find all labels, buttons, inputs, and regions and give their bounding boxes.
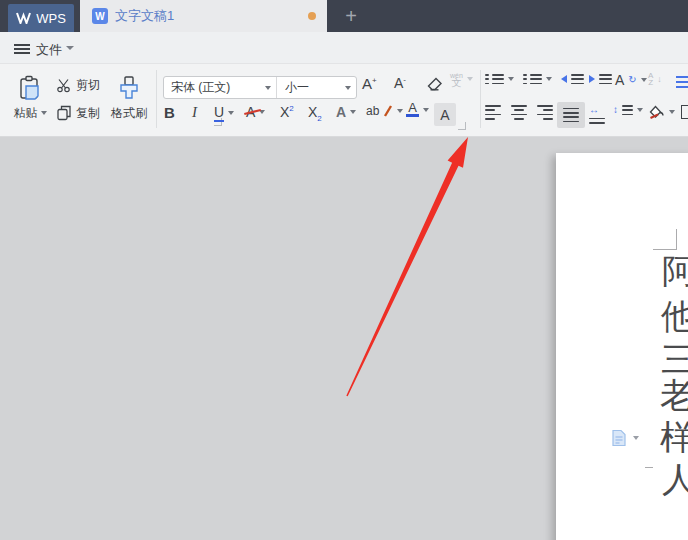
format-painter-label: 格式刷 xyxy=(111,105,147,122)
file-menu[interactable]: 文件 xyxy=(36,41,62,59)
numbering-button[interactable] xyxy=(523,74,552,84)
font-color-dropdown-icon xyxy=(423,108,429,112)
highlight-color-button[interactable]: ab xyxy=(366,104,403,118)
highlight-pen-icon xyxy=(383,104,393,118)
phonetic-guide-button[interactable]: wén 文 xyxy=(450,72,473,86)
shading-dropdown-icon xyxy=(669,110,675,114)
italic-button[interactable]: I xyxy=(192,104,197,121)
distribute-button[interactable]: ↔ xyxy=(589,105,605,124)
group-divider xyxy=(480,70,481,128)
increase-indent-button[interactable] xyxy=(589,74,612,84)
font-controls: 宋体 (正文) 小一 xyxy=(163,76,357,99)
borders-button[interactable] xyxy=(681,105,688,119)
page-text-fragment: 样 xyxy=(660,420,688,454)
document-tab[interactable]: W 文字文稿1 xyxy=(80,0,327,32)
floating-options-button[interactable] xyxy=(611,429,639,447)
font-family-select[interactable]: 宋体 (正文) xyxy=(164,77,277,98)
copy-label: 复制 xyxy=(76,105,100,122)
strikethrough-button[interactable]: A xyxy=(246,104,265,120)
rotate-icon: ↻ xyxy=(628,75,636,85)
page-text-fragment: 三 xyxy=(661,342,688,376)
page-text-fragment: 老 xyxy=(660,378,688,412)
grow-font-button[interactable]: A+ xyxy=(362,75,377,92)
font-dialog-launcher-icon[interactable] xyxy=(458,122,466,130)
phonetic-dropdown-icon xyxy=(467,77,473,81)
line-spacing-arrows-icon: ↕ xyxy=(613,105,618,115)
paste-clipboard-icon xyxy=(17,75,43,102)
group-divider xyxy=(156,70,157,128)
underline-button[interactable]: U xyxy=(214,104,234,122)
paste-dropdown-icon xyxy=(41,111,47,115)
bold-button[interactable]: B xyxy=(164,104,175,121)
align-left-icon xyxy=(485,105,501,120)
menubar: 文件 xyxy=(0,32,688,64)
new-tab-button[interactable]: + xyxy=(338,0,364,32)
font-size-select[interactable]: 小一 xyxy=(277,77,356,98)
shrink-font-button[interactable]: A- xyxy=(394,75,406,91)
superscript-button[interactable]: X2 xyxy=(280,104,294,120)
page-text-fragment: 人 xyxy=(662,462,688,496)
decrease-indent-button[interactable] xyxy=(561,74,584,84)
clear-format-button[interactable] xyxy=(426,76,444,92)
titlebar: WPS W 文字文稿1 + xyxy=(0,0,688,32)
char-shading-button[interactable]: A xyxy=(434,103,456,126)
margin-corner-mark xyxy=(653,249,677,250)
sort-arrow-icon: ↓ xyxy=(657,74,662,84)
wps-menu-button[interactable]: WPS xyxy=(8,4,74,32)
eraser-icon xyxy=(426,76,444,92)
wps-writer-window: WPS W 文字文稿1 + 文件 xyxy=(0,0,688,540)
page-text-fragment: 阿 xyxy=(662,254,688,288)
line-spacing-dropdown-icon xyxy=(637,108,643,112)
highlight-dropdown-icon xyxy=(397,109,403,113)
text-direction-dropdown-icon xyxy=(641,78,647,82)
unsaved-indicator-dot xyxy=(308,12,316,20)
page-text-fragment: 他 xyxy=(661,299,688,333)
numbering-icon xyxy=(523,74,542,84)
phonetic-guide-icon: wén 文 xyxy=(450,72,463,86)
font-color-button[interactable]: A xyxy=(406,102,429,117)
shading-button[interactable] xyxy=(646,103,675,120)
font-family-value: 宋体 (正文) xyxy=(171,79,230,96)
hamburger-menu-icon[interactable] xyxy=(14,42,30,56)
font-family-dropdown-icon xyxy=(265,86,271,90)
document-canvas[interactable]: 阿 他 三 老 样 人 xyxy=(0,137,688,540)
font-size-value: 小一 xyxy=(285,79,309,96)
copy-icon xyxy=(56,105,72,121)
underline-dropdown-icon xyxy=(228,111,234,115)
wps-app-name: WPS xyxy=(36,11,66,26)
cut-label: 剪切 xyxy=(76,77,100,94)
align-right-button[interactable] xyxy=(537,105,553,120)
bullets-button[interactable] xyxy=(485,74,514,84)
align-right-icon xyxy=(537,105,553,120)
justify-button[interactable] xyxy=(557,102,585,128)
format-painter-icon xyxy=(117,75,141,102)
distribute-icon: ↔ xyxy=(589,105,605,124)
bullets-icon xyxy=(485,74,504,84)
align-center-button[interactable] xyxy=(511,105,527,120)
line-spacing-button[interactable]: ↕ xyxy=(613,105,643,115)
show-marks-button[interactable] xyxy=(676,76,688,88)
floating-options-dropdown-icon xyxy=(633,436,639,440)
copy-button[interactable]: 复制 xyxy=(56,103,100,123)
sort-button[interactable]: A Z ↓ xyxy=(648,72,662,86)
cut-button[interactable]: 剪切 xyxy=(56,75,100,95)
text-direction-button[interactable]: A ↻ xyxy=(615,72,647,88)
wps-logo-icon xyxy=(16,12,31,24)
numbering-dropdown-icon xyxy=(546,77,552,81)
scissors-icon xyxy=(56,78,72,93)
font-color-icon: A xyxy=(406,102,419,117)
format-painter-button[interactable]: 格式刷 xyxy=(106,70,152,126)
increase-indent-icon xyxy=(589,75,595,83)
paint-bucket-icon xyxy=(646,103,665,120)
subscript-button[interactable]: X2 xyxy=(308,104,322,123)
text-effects-dropdown-icon xyxy=(350,110,356,114)
align-left-button[interactable] xyxy=(485,105,501,120)
bullets-dropdown-icon xyxy=(508,77,514,81)
paste-button[interactable]: 粘贴 xyxy=(8,70,52,126)
text-effects-button[interactable]: A xyxy=(336,104,356,120)
document-options-icon xyxy=(611,429,627,447)
document-tab-icon: W xyxy=(92,8,108,24)
decrease-indent-icon xyxy=(561,75,567,83)
file-menu-chevron-icon[interactable] xyxy=(66,46,74,50)
justify-icon xyxy=(563,108,579,123)
